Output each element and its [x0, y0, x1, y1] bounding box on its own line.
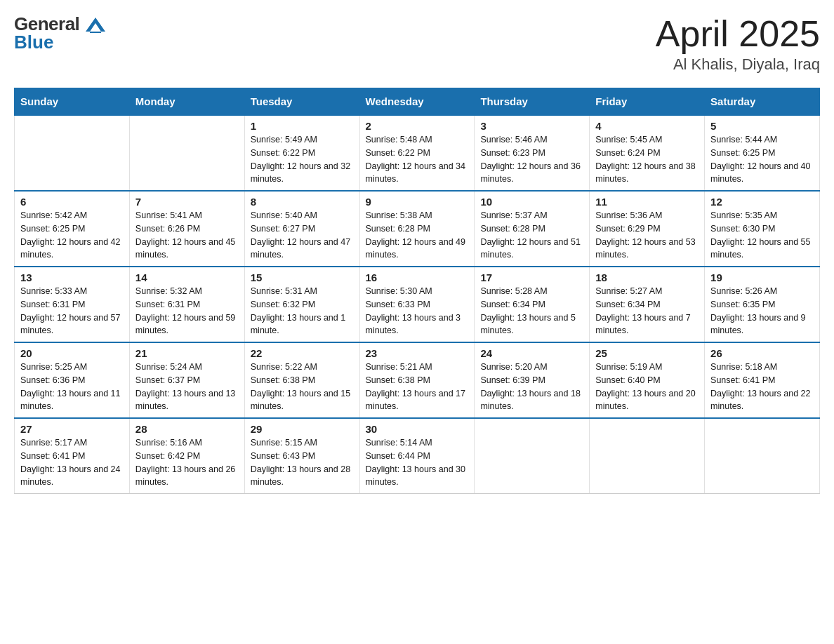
logo: General Blue — [14, 14, 105, 53]
day-info: Sunrise: 5:31 AMSunset: 6:32 PMDaylight:… — [251, 285, 354, 337]
logo-icon — [86, 18, 105, 33]
day-info: Sunrise: 5:17 AMSunset: 6:41 PMDaylight:… — [20, 436, 124, 489]
day-info: Sunrise: 5:20 AMSunset: 6:39 PMDaylight:… — [480, 361, 583, 413]
page-header: General Blue April 2025 Al Khalis, Diyal… — [14, 14, 820, 74]
day-info: Sunrise: 5:33 AMSunset: 6:31 PMDaylight:… — [20, 285, 124, 337]
day-number: 22 — [251, 347, 354, 359]
day-number: 16 — [366, 271, 469, 283]
calendar-cell: 17Sunrise: 5:28 AMSunset: 6:34 PMDayligh… — [475, 267, 590, 342]
day-info: Sunrise: 5:38 AMSunset: 6:28 PMDaylight:… — [366, 209, 469, 262]
calendar-cell: 29Sunrise: 5:15 AMSunset: 6:43 PMDayligh… — [244, 418, 359, 494]
day-number: 5 — [710, 120, 814, 132]
calendar-cell: 24Sunrise: 5:20 AMSunset: 6:39 PMDayligh… — [475, 342, 590, 418]
calendar-cell: 5Sunrise: 5:44 AMSunset: 6:25 PMDaylight… — [705, 115, 820, 191]
day-number: 20 — [20, 347, 124, 359]
calendar-cell: 2Sunrise: 5:48 AMSunset: 6:22 PMDaylight… — [359, 115, 475, 191]
svg-marker-0 — [86, 18, 105, 32]
calendar-cell: 13Sunrise: 5:33 AMSunset: 6:31 PMDayligh… — [15, 267, 130, 342]
day-number: 17 — [480, 271, 583, 283]
header-thursday: Thursday — [475, 88, 590, 116]
day-info: Sunrise: 5:16 AMSunset: 6:42 PMDaylight:… — [135, 436, 239, 489]
calendar-week-1: 1Sunrise: 5:49 AMSunset: 6:22 PMDaylight… — [15, 115, 820, 191]
day-info: Sunrise: 5:14 AMSunset: 6:44 PMDaylight:… — [366, 436, 469, 489]
day-info: Sunrise: 5:22 AMSunset: 6:38 PMDaylight:… — [251, 361, 354, 413]
day-number: 29 — [251, 423, 354, 435]
calendar-cell: 15Sunrise: 5:31 AMSunset: 6:32 PMDayligh… — [244, 267, 359, 342]
day-info: Sunrise: 5:18 AMSunset: 6:41 PMDaylight:… — [710, 361, 814, 413]
day-number: 6 — [20, 196, 124, 208]
day-number: 28 — [135, 423, 239, 435]
day-info: Sunrise: 5:32 AMSunset: 6:31 PMDaylight:… — [135, 285, 239, 337]
day-info: Sunrise: 5:30 AMSunset: 6:33 PMDaylight:… — [366, 285, 469, 337]
calendar-cell — [705, 418, 820, 494]
calendar-cell: 22Sunrise: 5:22 AMSunset: 6:38 PMDayligh… — [244, 342, 359, 418]
calendar-cell: 16Sunrise: 5:30 AMSunset: 6:33 PMDayligh… — [359, 267, 475, 342]
logo-blue: Blue — [14, 32, 105, 53]
day-info: Sunrise: 5:37 AMSunset: 6:28 PMDaylight:… — [480, 209, 583, 262]
header-monday: Monday — [129, 88, 244, 116]
day-number: 19 — [710, 271, 814, 283]
calendar-cell: 3Sunrise: 5:46 AMSunset: 6:23 PMDaylight… — [475, 115, 590, 191]
day-info: Sunrise: 5:36 AMSunset: 6:29 PMDaylight:… — [595, 209, 699, 262]
day-info: Sunrise: 5:41 AMSunset: 6:26 PMDaylight:… — [135, 209, 239, 262]
day-number: 18 — [595, 271, 699, 283]
day-number: 15 — [251, 271, 354, 283]
day-info: Sunrise: 5:19 AMSunset: 6:40 PMDaylight:… — [595, 361, 699, 413]
calendar-week-4: 20Sunrise: 5:25 AMSunset: 6:36 PMDayligh… — [15, 342, 820, 418]
day-info: Sunrise: 5:24 AMSunset: 6:37 PMDaylight:… — [135, 361, 239, 413]
day-info: Sunrise: 5:28 AMSunset: 6:34 PMDaylight:… — [480, 285, 583, 337]
page-subtitle: Al Khalis, Diyala, Iraq — [656, 55, 820, 74]
calendar-cell: 10Sunrise: 5:37 AMSunset: 6:28 PMDayligh… — [475, 191, 590, 267]
calendar-cell: 9Sunrise: 5:38 AMSunset: 6:28 PMDaylight… — [359, 191, 475, 267]
day-info: Sunrise: 5:42 AMSunset: 6:25 PMDaylight:… — [20, 209, 124, 262]
calendar-cell: 26Sunrise: 5:18 AMSunset: 6:41 PMDayligh… — [705, 342, 820, 418]
day-info: Sunrise: 5:27 AMSunset: 6:34 PMDaylight:… — [595, 285, 699, 337]
calendar-cell: 25Sunrise: 5:19 AMSunset: 6:40 PMDayligh… — [590, 342, 705, 418]
day-number: 7 — [135, 196, 239, 208]
calendar-week-2: 6Sunrise: 5:42 AMSunset: 6:25 PMDaylight… — [15, 191, 820, 267]
header-tuesday: Tuesday — [244, 88, 359, 116]
calendar-cell: 20Sunrise: 5:25 AMSunset: 6:36 PMDayligh… — [15, 342, 130, 418]
day-info: Sunrise: 5:45 AMSunset: 6:24 PMDaylight:… — [595, 133, 699, 186]
day-number: 10 — [480, 196, 583, 208]
calendar-cell — [15, 115, 130, 191]
calendar-cell: 8Sunrise: 5:40 AMSunset: 6:27 PMDaylight… — [244, 191, 359, 267]
calendar-cell: 21Sunrise: 5:24 AMSunset: 6:37 PMDayligh… — [129, 342, 244, 418]
day-number: 13 — [20, 271, 124, 283]
calendar-cell — [475, 418, 590, 494]
day-info: Sunrise: 5:44 AMSunset: 6:25 PMDaylight:… — [710, 133, 814, 186]
day-number: 25 — [595, 347, 699, 359]
calendar-cell: 28Sunrise: 5:16 AMSunset: 6:42 PMDayligh… — [129, 418, 244, 494]
day-number: 3 — [480, 120, 583, 132]
header-wednesday: Wednesday — [359, 88, 475, 116]
day-number: 4 — [595, 120, 699, 132]
day-number: 14 — [135, 271, 239, 283]
header-friday: Friday — [590, 88, 705, 116]
day-number: 1 — [251, 120, 354, 132]
calendar-cell: 30Sunrise: 5:14 AMSunset: 6:44 PMDayligh… — [359, 418, 475, 494]
day-info: Sunrise: 5:21 AMSunset: 6:38 PMDaylight:… — [366, 361, 469, 413]
day-number: 21 — [135, 347, 239, 359]
day-number: 2 — [366, 120, 469, 132]
calendar-cell — [129, 115, 244, 191]
day-info: Sunrise: 5:40 AMSunset: 6:27 PMDaylight:… — [251, 209, 354, 262]
calendar-week-5: 27Sunrise: 5:17 AMSunset: 6:41 PMDayligh… — [15, 418, 820, 494]
calendar-table: SundayMondayTuesdayWednesdayThursdayFrid… — [14, 88, 820, 494]
calendar-cell: 23Sunrise: 5:21 AMSunset: 6:38 PMDayligh… — [359, 342, 475, 418]
header-sunday: Sunday — [15, 88, 130, 116]
day-info: Sunrise: 5:49 AMSunset: 6:22 PMDaylight:… — [251, 133, 354, 186]
calendar-header-row: SundayMondayTuesdayWednesdayThursdayFrid… — [15, 88, 820, 116]
day-number: 24 — [480, 347, 583, 359]
calendar-cell: 12Sunrise: 5:35 AMSunset: 6:30 PMDayligh… — [705, 191, 820, 267]
day-info: Sunrise: 5:35 AMSunset: 6:30 PMDaylight:… — [710, 209, 814, 262]
calendar-cell: 14Sunrise: 5:32 AMSunset: 6:31 PMDayligh… — [129, 267, 244, 342]
calendar-cell: 27Sunrise: 5:17 AMSunset: 6:41 PMDayligh… — [15, 418, 130, 494]
calendar-cell: 18Sunrise: 5:27 AMSunset: 6:34 PMDayligh… — [590, 267, 705, 342]
day-number: 8 — [251, 196, 354, 208]
day-info: Sunrise: 5:26 AMSunset: 6:35 PMDaylight:… — [710, 285, 814, 337]
calendar-cell: 7Sunrise: 5:41 AMSunset: 6:26 PMDaylight… — [129, 191, 244, 267]
day-info: Sunrise: 5:48 AMSunset: 6:22 PMDaylight:… — [366, 133, 469, 186]
day-number: 23 — [366, 347, 469, 359]
calendar-week-3: 13Sunrise: 5:33 AMSunset: 6:31 PMDayligh… — [15, 267, 820, 342]
calendar-cell: 11Sunrise: 5:36 AMSunset: 6:29 PMDayligh… — [590, 191, 705, 267]
